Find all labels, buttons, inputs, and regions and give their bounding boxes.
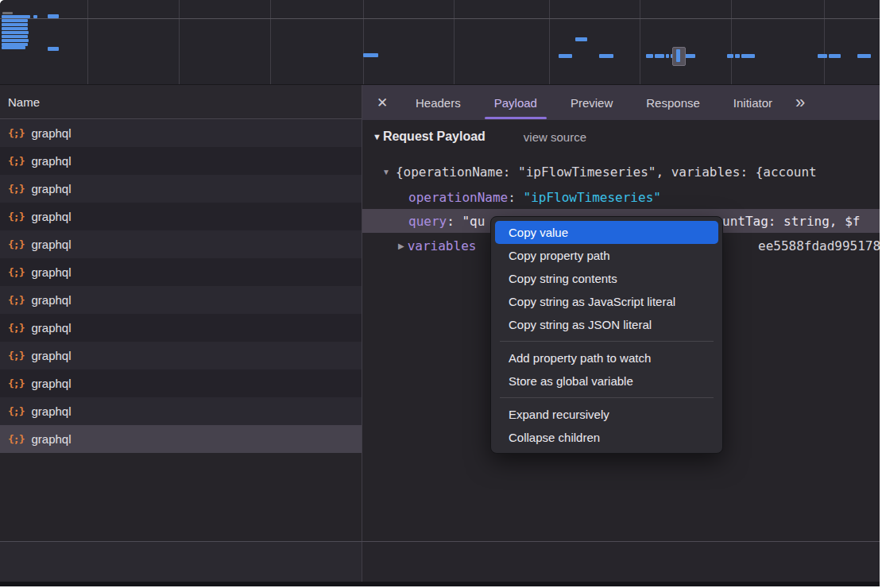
request-row-graphql[interactable]: {;}graphql <box>0 397 362 425</box>
screenshot-page: Name {;}graphql{;}graphql{;}graphql{;}gr… <box>0 0 882 588</box>
request-row-graphql[interactable]: {;}graphql <box>0 314 362 342</box>
request-timing-bar <box>2 15 30 18</box>
devtools-network-panel: Name {;}graphql{;}graphql{;}graphql{;}gr… <box>0 0 880 586</box>
request-timing-bar <box>2 27 28 30</box>
tab-preview[interactable]: Preview <box>554 85 629 120</box>
request-timing-bar <box>33 15 37 18</box>
property-key: variables <box>408 238 477 253</box>
request-name-label: graphql <box>31 265 71 279</box>
request-name-label: graphql <box>31 182 71 195</box>
request-row-graphql[interactable]: {;}graphql <box>0 230 362 258</box>
request-timing-bar <box>735 54 740 58</box>
close-icon[interactable]: ✕ <box>375 95 389 111</box>
requests-list-panel: Name {;}graphql{;}graphql{;}graphql{;}gr… <box>0 85 362 542</box>
tab-initiator[interactable]: Initiator <box>717 85 789 120</box>
request-timing-bar <box>829 54 841 58</box>
property-value-string: "ipFlowTimeseries" <box>524 190 661 205</box>
request-name-label: graphql <box>31 210 71 223</box>
property-key: operationName <box>408 190 508 205</box>
json-fetch-icon: {;} <box>8 322 24 334</box>
request-name-label: graphql <box>31 126 71 140</box>
request-timing-bar <box>363 53 378 57</box>
tab-headers[interactable]: Headers <box>399 85 478 120</box>
request-timing-bar <box>857 54 871 58</box>
selected-request-marker-tick <box>676 49 680 62</box>
timeline-gridline <box>363 0 364 84</box>
timeline-gridline <box>179 0 180 84</box>
operation-name-row[interactable]: operationName: "ipFlowTimeseries" <box>408 185 661 209</box>
detail-tabbar: ✕ HeadersPayloadPreviewResponseInitiator… <box>362 85 880 120</box>
menu-item-store-as-global-variable[interactable]: Store as global variable <box>495 369 718 393</box>
menu-item-copy-property-path[interactable]: Copy property path <box>495 244 718 267</box>
request-timing-bar <box>818 54 827 58</box>
query-value-right-fragment: untTag: string, $f <box>722 209 860 233</box>
request-row-graphql[interactable]: {;}graphql <box>0 342 362 369</box>
bottom-strip-left <box>0 542 362 582</box>
timeline-gridline <box>454 0 455 84</box>
menu-item-copy-string-as-json-literal[interactable]: Copy string as JSON literal <box>495 313 718 336</box>
json-fetch-icon: {;} <box>8 377 24 389</box>
request-name-label: graphql <box>31 404 71 418</box>
request-row-graphql[interactable]: {;}graphql <box>0 203 362 230</box>
menu-item-copy-string-as-javascript-literal[interactable]: Copy string as JavaScript literal <box>495 290 718 313</box>
json-fetch-icon: {;} <box>8 127 24 139</box>
tab-response[interactable]: Response <box>629 85 717 120</box>
menu-item-add-property-path-to-watch[interactable]: Add property path to watch <box>495 346 718 369</box>
network-overview-timeline[interactable] <box>0 0 880 85</box>
request-timing-bar <box>599 54 613 58</box>
more-tabs-icon[interactable]: » <box>795 94 803 111</box>
variables-row[interactable]: ▶variables ee5588fdad995178a0 <box>398 234 476 257</box>
name-column-header[interactable]: Name <box>0 85 362 119</box>
request-row-graphql[interactable]: {;}graphql <box>0 286 362 314</box>
tab-payload[interactable]: Payload <box>478 85 554 120</box>
json-fetch-icon: {;} <box>8 183 24 195</box>
context-menu: Copy valueCopy property pathCopy string … <box>490 216 723 454</box>
colon: : <box>447 214 462 229</box>
expanded-triangle-icon[interactable]: ▼ <box>382 168 390 176</box>
request-timing-bar <box>2 39 29 42</box>
timeline-gridline <box>87 0 88 84</box>
requests-list: {;}graphql{;}graphql{;}graphql{;}graphql… <box>0 119 362 453</box>
menu-item-collapse-children[interactable]: Collapse children <box>495 426 718 449</box>
json-fetch-icon: {;} <box>8 266 24 278</box>
timeline-gridline <box>824 0 825 84</box>
request-timing-bar <box>666 54 669 58</box>
json-fetch-icon: {;} <box>8 350 24 362</box>
request-timing-bar <box>2 31 29 34</box>
request-row-graphql[interactable]: {;}graphql <box>0 258 362 286</box>
json-fetch-icon: {;} <box>8 238 24 250</box>
request-timing-bar <box>741 54 755 58</box>
view-source-link[interactable]: view source <box>524 130 586 144</box>
request-name-label: graphql <box>31 432 71 446</box>
request-row-graphql[interactable]: {;}graphql <box>0 147 362 175</box>
menu-item-copy-string-contents[interactable]: Copy string contents <box>495 267 718 290</box>
request-timing-bar <box>655 54 664 58</box>
request-timing-bar <box>2 35 28 38</box>
timeline-gridline <box>270 0 271 84</box>
detail-tabs: HeadersPayloadPreviewResponseInitiator <box>399 85 789 120</box>
collapsed-triangle-icon[interactable]: ▶ <box>398 242 404 250</box>
json-fetch-icon: {;} <box>8 155 24 167</box>
request-row-graphql[interactable]: {;}graphql <box>0 369 362 397</box>
request-row-graphql[interactable]: {;}graphql <box>0 175 362 203</box>
json-fetch-icon: {;} <box>8 211 24 222</box>
menu-item-expand-recursively[interactable]: Expand recursively <box>495 403 718 426</box>
request-row-graphql[interactable]: {;}graphql <box>0 425 362 453</box>
request-timing-bar <box>559 54 572 58</box>
timeline-gridline <box>0 18 880 19</box>
variables-value-right-fragment: ee5588fdad995178a0 <box>758 234 880 257</box>
bottom-strip-right <box>362 542 880 582</box>
json-fetch-icon: {;} <box>8 405 24 417</box>
bottom-bar <box>0 582 880 586</box>
name-column-label: Name <box>8 95 40 109</box>
timeline-gridline <box>731 0 732 84</box>
menu-item-copy-value[interactable]: Copy value <box>495 221 718 244</box>
request-payload-section-header[interactable]: ▼ Request Payload view source <box>373 130 586 144</box>
timeline-gridline <box>640 0 640 84</box>
menu-separator <box>500 341 714 342</box>
payload-root-row[interactable]: ▼{operationName: "ipFlowTimeseries", var… <box>382 160 817 184</box>
colon: : <box>508 190 523 205</box>
request-row-graphql[interactable]: {;}graphql <box>0 119 362 147</box>
request-name-label: graphql <box>31 293 71 307</box>
request-timing-bar <box>48 14 59 18</box>
